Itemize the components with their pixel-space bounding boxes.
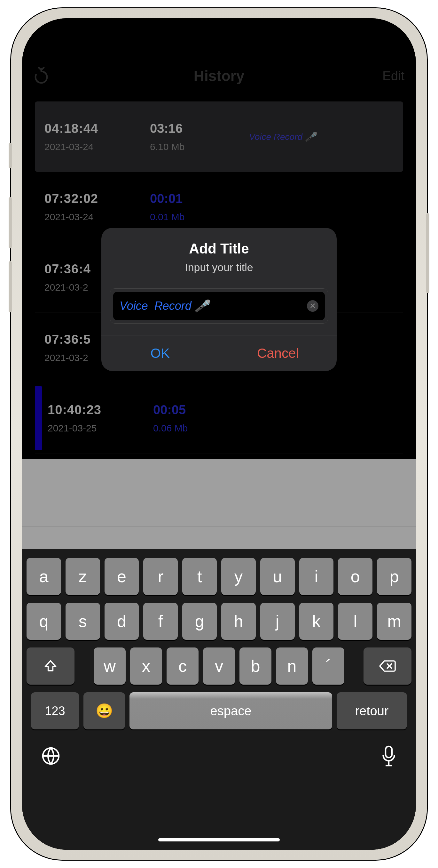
- key-s[interactable]: s: [66, 603, 100, 640]
- keyboard: a z e r t y u i o p q: [22, 459, 416, 850]
- key-c[interactable]: c: [167, 648, 199, 685]
- key-r[interactable]: r: [143, 558, 178, 595]
- shift-icon: [43, 659, 58, 673]
- shift-key[interactable]: [27, 648, 74, 685]
- phone-body: History Edit 04:18:44 2021-03-24 03:16 6…: [11, 8, 427, 860]
- key-e[interactable]: e: [105, 558, 139, 595]
- key-d[interactable]: d: [105, 603, 139, 640]
- dialog-field-outer: ✕: [110, 288, 328, 323]
- close-icon: ✕: [309, 302, 316, 310]
- keyboard-suggestion-bar[interactable]: [22, 459, 416, 549]
- key-w[interactable]: w: [94, 648, 126, 685]
- svg-rect-1: [385, 746, 392, 757]
- keyboard-row-2: q s d f g h j k l m: [27, 603, 411, 640]
- key-o[interactable]: o: [338, 558, 372, 595]
- emoji-key[interactable]: 😀: [83, 692, 125, 730]
- add-title-dialog: Add Title Input your title ✕: [101, 228, 337, 371]
- spacer: [349, 648, 359, 685]
- volume-up-button: [9, 197, 12, 248]
- globe-button[interactable]: [41, 746, 60, 766]
- phone-screen-container: History Edit 04:18:44 2021-03-24 03:16 6…: [22, 18, 416, 850]
- backspace-key[interactable]: [364, 648, 411, 685]
- key-p[interactable]: p: [377, 558, 411, 595]
- keyboard-row-1: a z e r t y u i o p: [27, 558, 411, 595]
- screen: History Edit 04:18:44 2021-03-24 03:16 6…: [22, 18, 416, 850]
- microphone-icon: [381, 745, 397, 767]
- power-button: [426, 213, 429, 293]
- keyboard-row-3: w x c v b n ´: [27, 648, 411, 685]
- volume-down-button: [9, 261, 12, 312]
- key-b[interactable]: b: [239, 648, 271, 685]
- keyboard-footer: [22, 730, 416, 767]
- dialog-field: ✕: [113, 292, 325, 320]
- spacer: [79, 648, 89, 685]
- dialog-subtitle: Input your title: [111, 261, 327, 274]
- key-z[interactable]: z: [66, 558, 100, 595]
- dialog-header: Add Title Input your title: [101, 228, 337, 282]
- key-a[interactable]: a: [27, 558, 61, 595]
- key-i[interactable]: i: [299, 558, 334, 595]
- key-accent[interactable]: ´: [312, 648, 344, 685]
- key-j[interactable]: j: [260, 603, 295, 640]
- ok-button[interactable]: OK: [101, 335, 219, 371]
- numeric-key[interactable]: 123: [31, 692, 79, 730]
- globe-icon: [41, 746, 60, 766]
- key-l[interactable]: l: [338, 603, 372, 640]
- clear-button[interactable]: ✕: [307, 300, 318, 312]
- side-button: [9, 143, 12, 168]
- dialog-title: Add Title: [111, 241, 327, 257]
- key-u[interactable]: u: [260, 558, 295, 595]
- backspace-icon: [379, 660, 396, 673]
- dialog-field-wrap: ✕: [101, 282, 337, 335]
- key-x[interactable]: x: [130, 648, 162, 685]
- key-y[interactable]: y: [221, 558, 256, 595]
- keyboard-rows: a z e r t y u i o p q: [22, 549, 416, 730]
- key-v[interactable]: v: [203, 648, 235, 685]
- key-h[interactable]: h: [221, 603, 256, 640]
- key-m[interactable]: m: [377, 603, 411, 640]
- key-g[interactable]: g: [182, 603, 217, 640]
- device-frame: History Edit 04:18:44 2021-03-24 03:16 6…: [0, 0, 438, 868]
- space-key[interactable]: espace: [130, 692, 332, 730]
- dialog-actions: OK Cancel: [101, 335, 337, 371]
- key-t[interactable]: t: [182, 558, 217, 595]
- cancel-button[interactable]: Cancel: [219, 335, 337, 371]
- key-q[interactable]: q: [27, 603, 61, 640]
- key-f[interactable]: f: [143, 603, 178, 640]
- key-n[interactable]: n: [276, 648, 308, 685]
- dictation-button[interactable]: [381, 745, 397, 767]
- return-key[interactable]: retour: [337, 692, 407, 730]
- home-indicator[interactable]: [158, 838, 280, 841]
- key-k[interactable]: k: [299, 603, 334, 640]
- keyboard-row-4: 123 😀 espace retour: [27, 692, 411, 730]
- title-input[interactable]: [120, 299, 307, 313]
